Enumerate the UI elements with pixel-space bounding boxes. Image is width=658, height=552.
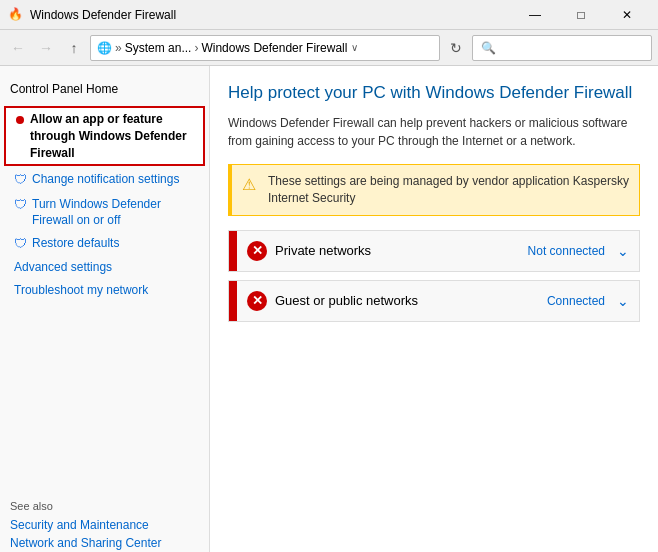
minimize-button[interactable]: —: [512, 0, 558, 30]
shield-icon-2: 🛡: [14, 196, 27, 214]
close-button[interactable]: ✕: [604, 0, 650, 30]
sidebar-item-troubleshoot[interactable]: Troubleshoot my network: [0, 279, 209, 302]
content-description: Windows Defender Firewall can help preve…: [228, 114, 640, 150]
public-network-chevron[interactable]: ⌄: [617, 293, 629, 309]
sidebar-footer-security[interactable]: Security and Maintenance: [0, 516, 209, 534]
sidebar-footer-network[interactable]: Network and Sharing Center: [0, 534, 209, 552]
public-network-inner: ✕ Guest or public networks Connected ⌄: [237, 281, 639, 321]
private-network-item[interactable]: ✕ Private networks Not connected ⌄: [228, 230, 640, 272]
sidebar-item-restore-defaults[interactable]: 🛡 Restore defaults: [0, 232, 209, 256]
sidebar-divider: [0, 302, 209, 492]
sidebar-item-restore-defaults-label: Restore defaults: [32, 235, 119, 252]
private-network-error-icon: ✕: [247, 241, 267, 261]
breadcrumb-part1: System an...: [125, 41, 192, 55]
app-icon: 🔥: [8, 7, 24, 23]
sidebar-item-change-notification[interactable]: 🛡 Change notification settings: [0, 168, 209, 192]
window-title: Windows Defender Firewall: [30, 8, 512, 22]
refresh-button[interactable]: ↻: [444, 36, 468, 60]
content-title: Help protect your PC with Windows Defend…: [228, 82, 640, 104]
active-bullet: [16, 116, 24, 124]
breadcrumb-dropdown[interactable]: ∨: [351, 42, 358, 53]
sidebar-item-turn-on-off[interactable]: 🛡 Turn Windows Defender Firewall on or o…: [0, 193, 209, 233]
sidebar-item-turn-on-off-label: Turn Windows Defender Firewall on or off: [32, 196, 199, 230]
public-network-status: Connected: [547, 294, 605, 308]
warning-text: These settings are being managed by vend…: [268, 173, 629, 207]
private-network-status: Not connected: [528, 244, 605, 258]
breadcrumb-bar[interactable]: 🌐 » System an... › Windows Defender Fire…: [90, 35, 440, 61]
shield-icon-1: 🛡: [14, 171, 27, 189]
public-network-red-bar: [229, 281, 237, 321]
window-controls: — □ ✕: [512, 0, 650, 30]
breadcrumb-icon: 🌐: [97, 41, 112, 55]
sidebar-item-allow-app-label: Allow an app or feature through Windows …: [30, 111, 197, 161]
network-sharing-label: Network and Sharing Center: [10, 536, 161, 550]
private-network-red-bar: [229, 231, 237, 271]
warning-icon: ⚠: [242, 174, 260, 196]
private-network-chevron[interactable]: ⌄: [617, 243, 629, 259]
maximize-button[interactable]: □: [558, 0, 604, 30]
public-network-item[interactable]: ✕ Guest or public networks Connected ⌄: [228, 280, 640, 322]
main-layout: Control Panel Home Allow an app or featu…: [0, 66, 658, 552]
titlebar: 🔥 Windows Defender Firewall — □ ✕: [0, 0, 658, 30]
shield-icon-3: 🛡: [14, 235, 27, 253]
sidebar-item-change-notification-label: Change notification settings: [32, 171, 179, 188]
content-area: Help protect your PC with Windows Defend…: [210, 66, 658, 552]
security-maintenance-label: Security and Maintenance: [10, 518, 149, 532]
sidebar: Control Panel Home Allow an app or featu…: [0, 66, 210, 552]
back-button[interactable]: ←: [6, 36, 30, 60]
private-network-inner: ✕ Private networks Not connected ⌄: [237, 231, 639, 271]
sidebar-item-troubleshoot-label: Troubleshoot my network: [14, 282, 148, 299]
forward-button[interactable]: →: [34, 36, 58, 60]
search-input[interactable]: [472, 35, 652, 61]
see-also-label: See also: [0, 492, 209, 516]
breadcrumb-part2: Windows Defender Firewall: [201, 41, 347, 55]
sidebar-section-title: Control Panel Home: [0, 78, 209, 104]
up-button[interactable]: ↑: [62, 36, 86, 60]
private-network-name: Private networks: [275, 243, 520, 258]
sidebar-item-advanced-settings-label: Advanced settings: [14, 259, 112, 276]
address-bar: ← → ↑ 🌐 » System an... › Windows Defende…: [0, 30, 658, 66]
warning-banner: ⚠ These settings are being managed by ve…: [228, 164, 640, 216]
public-network-error-icon: ✕: [247, 291, 267, 311]
public-network-name: Guest or public networks: [275, 293, 539, 308]
sidebar-item-advanced-settings[interactable]: Advanced settings: [0, 256, 209, 279]
sidebar-item-allow-app[interactable]: Allow an app or feature through Windows …: [4, 106, 205, 166]
